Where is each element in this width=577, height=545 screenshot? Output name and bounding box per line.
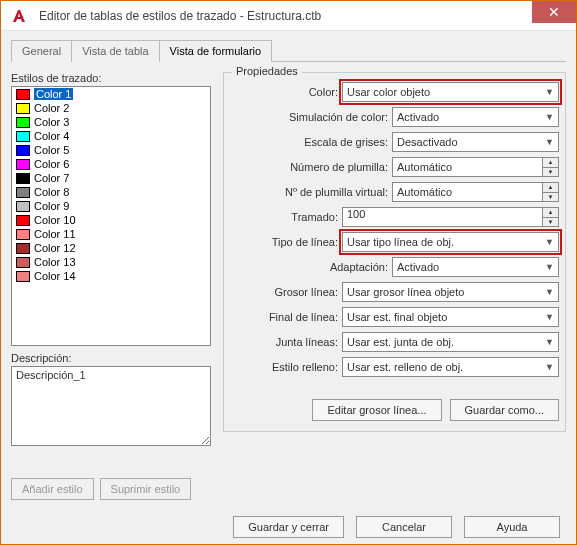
list-item[interactable]: Color 2 bbox=[12, 101, 210, 115]
color-select[interactable]: Usar color objeto▼ bbox=[342, 82, 559, 102]
help-button[interactable]: Ayuda bbox=[464, 516, 560, 538]
color-swatch-icon bbox=[16, 89, 30, 100]
save-as-button[interactable]: Guardar como... bbox=[450, 399, 559, 421]
lineend-select[interactable]: Usar est. final objeto▼ bbox=[342, 307, 559, 327]
add-style-button[interactable]: Añadir estilo bbox=[11, 478, 94, 500]
vpen-input[interactable]: Automático bbox=[392, 182, 543, 202]
list-item-label: Color 11 bbox=[34, 228, 76, 240]
lineend-label: Final de línea: bbox=[230, 311, 340, 323]
list-item-label: Color 8 bbox=[34, 186, 69, 198]
grayscale-select[interactable]: Desactivado▼ bbox=[392, 132, 559, 152]
list-item[interactable]: Color 3 bbox=[12, 115, 210, 129]
tab-table-view[interactable]: Vista de tabla bbox=[71, 40, 159, 62]
list-item-label: Color 1 bbox=[34, 88, 73, 100]
vpen-label: Nº de plumilla virtual: bbox=[230, 186, 390, 198]
list-item[interactable]: Color 8 bbox=[12, 185, 210, 199]
dither-select[interactable]: Activado▼ bbox=[392, 107, 559, 127]
linetype-label: Tipo de línea: bbox=[230, 236, 340, 248]
list-item[interactable]: Color 10 bbox=[12, 213, 210, 227]
tab-form-view[interactable]: Vista de formulario bbox=[159, 40, 273, 62]
list-item[interactable]: Color 1 bbox=[12, 87, 210, 101]
tab-strip: General Vista de tabla Vista de formular… bbox=[11, 39, 566, 62]
color-swatch-icon bbox=[16, 229, 30, 240]
list-item-label: Color 6 bbox=[34, 158, 69, 170]
list-item-label: Color 14 bbox=[34, 270, 76, 282]
vpen-spinner[interactable]: ▲▼ bbox=[543, 182, 559, 202]
color-swatch-icon bbox=[16, 145, 30, 156]
chevron-down-icon: ▼ bbox=[545, 137, 554, 147]
color-swatch-icon bbox=[16, 131, 30, 142]
properties-legend: Propiedades bbox=[232, 65, 302, 77]
cancel-button[interactable]: Cancelar bbox=[356, 516, 452, 538]
tab-general[interactable]: General bbox=[11, 40, 72, 62]
chevron-down-icon: ▼ bbox=[545, 237, 554, 247]
list-item[interactable]: Color 7 bbox=[12, 171, 210, 185]
color-swatch-icon bbox=[16, 187, 30, 198]
edit-lineweight-button[interactable]: Editar grosor línea... bbox=[312, 399, 441, 421]
list-item-label: Color 7 bbox=[34, 172, 69, 184]
color-swatch-icon bbox=[16, 257, 30, 268]
chevron-down-icon: ▼ bbox=[545, 287, 554, 297]
list-item[interactable]: Color 13 bbox=[12, 255, 210, 269]
fillstyle-select[interactable]: Usar est. relleno de obj.▼ bbox=[342, 357, 559, 377]
titlebar: Editor de tablas de estilos de trazado -… bbox=[1, 1, 576, 31]
plot-styles-label: Estilos de trazado: bbox=[11, 72, 211, 84]
list-item-label: Color 4 bbox=[34, 130, 69, 142]
color-swatch-icon bbox=[16, 243, 30, 254]
list-item[interactable]: Color 4 bbox=[12, 129, 210, 143]
linetype-select[interactable]: Usar tipo línea de obj.▼ bbox=[342, 232, 559, 252]
color-swatch-icon bbox=[16, 173, 30, 184]
list-item[interactable]: Color 11 bbox=[12, 227, 210, 241]
dither-label: Simulación de color: bbox=[230, 111, 390, 123]
color-swatch-icon bbox=[16, 159, 30, 170]
adaptive-select[interactable]: Activado▼ bbox=[392, 257, 559, 277]
list-item-label: Color 9 bbox=[34, 200, 69, 212]
app-logo-icon bbox=[5, 2, 33, 30]
lineweight-select[interactable]: Usar grosor línea objeto▼ bbox=[342, 282, 559, 302]
chevron-down-icon: ▼ bbox=[545, 262, 554, 272]
color-swatch-icon bbox=[16, 117, 30, 128]
list-item-label: Color 3 bbox=[34, 116, 69, 128]
description-input[interactable] bbox=[11, 366, 211, 446]
list-item[interactable]: Color 12 bbox=[12, 241, 210, 255]
pen-spinner[interactable]: ▲▼ bbox=[543, 157, 559, 177]
chevron-down-icon: ▼ bbox=[545, 337, 554, 347]
save-close-button[interactable]: Guardar y cerrar bbox=[233, 516, 344, 538]
chevron-down-icon: ▼ bbox=[545, 87, 554, 97]
lineweight-label: Grosor línea: bbox=[230, 286, 340, 298]
adaptive-label: Adaptación: bbox=[230, 261, 390, 273]
close-button[interactable]: ✕ bbox=[532, 1, 576, 23]
list-item-label: Color 10 bbox=[34, 214, 76, 226]
linejoin-label: Junta líneas: bbox=[230, 336, 340, 348]
list-item-label: Color 13 bbox=[34, 256, 76, 268]
list-item-label: Color 12 bbox=[34, 242, 76, 254]
chevron-down-icon: ▼ bbox=[545, 112, 554, 122]
color-label: Color: bbox=[230, 86, 340, 98]
list-item[interactable]: Color 14 bbox=[12, 269, 210, 283]
grayscale-label: Escala de grises: bbox=[230, 136, 390, 148]
chevron-down-icon: ▼ bbox=[545, 362, 554, 372]
pen-label: Número de plumilla: bbox=[230, 161, 390, 173]
delete-style-button[interactable]: Suprimir estilo bbox=[100, 478, 192, 500]
list-item-label: Color 2 bbox=[34, 102, 69, 114]
properties-fieldset: Propiedades Color: Usar color objeto▼ Si… bbox=[223, 72, 566, 432]
list-item[interactable]: Color 6 bbox=[12, 157, 210, 171]
color-swatch-icon bbox=[16, 201, 30, 212]
list-item[interactable]: Color 5 bbox=[12, 143, 210, 157]
description-label: Descripción: bbox=[11, 352, 211, 364]
screening-input[interactable]: 100 bbox=[342, 207, 543, 227]
linejoin-select[interactable]: Usar est. junta de obj.▼ bbox=[342, 332, 559, 352]
list-item[interactable]: Color 9 bbox=[12, 199, 210, 213]
window-title: Editor de tablas de estilos de trazado -… bbox=[33, 9, 532, 23]
color-swatch-icon bbox=[16, 215, 30, 226]
screening-label: Tramado: bbox=[230, 211, 340, 223]
fillstyle-label: Estilo relleno: bbox=[230, 361, 340, 373]
chevron-down-icon: ▼ bbox=[545, 312, 554, 322]
color-swatch-icon bbox=[16, 271, 30, 282]
pen-input[interactable]: Automático bbox=[392, 157, 543, 177]
color-swatch-icon bbox=[16, 103, 30, 114]
list-item-label: Color 5 bbox=[34, 144, 69, 156]
plot-styles-list[interactable]: Color 1Color 2Color 3Color 4Color 5Color… bbox=[11, 86, 211, 346]
screening-spinner[interactable]: ▲▼ bbox=[543, 207, 559, 227]
